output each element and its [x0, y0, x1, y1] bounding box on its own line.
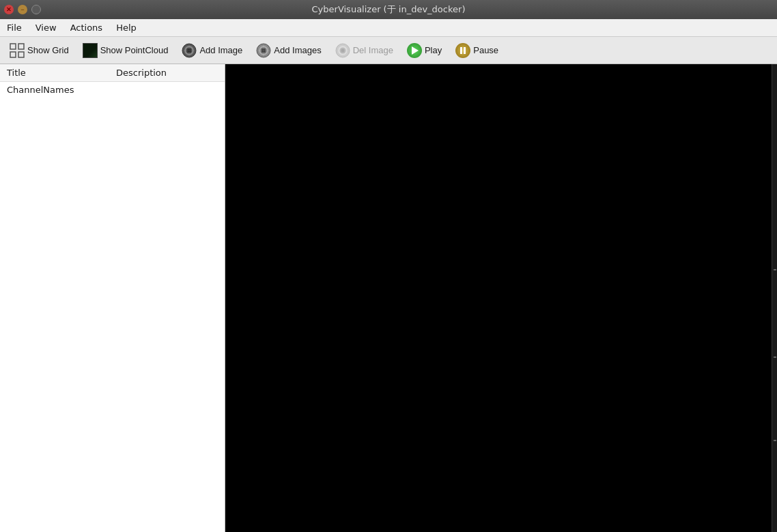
add-images-icon [256, 43, 271, 58]
show-grid-button[interactable]: Show Grid [4, 40, 74, 61]
add-image-button[interactable]: Add Image [176, 40, 248, 61]
window-controls: ✕ − □ [4, 5, 41, 14]
svg-rect-3 [18, 52, 24, 57]
del-image-button[interactable]: Del Image [330, 40, 399, 61]
pause-label: Pause [473, 45, 498, 55]
pause-bar-left [460, 47, 462, 54]
pointcloud-icon [83, 43, 98, 58]
scrollbar-tick-3 [774, 440, 776, 441]
pause-icon [455, 43, 470, 58]
col-description-header: Description [109, 64, 225, 81]
play-button[interactable]: Play [401, 40, 447, 61]
scrollbar-tick-2 [774, 356, 776, 358]
play-triangle [412, 46, 419, 55]
pause-button[interactable]: Pause [450, 40, 504, 61]
menu-view[interactable]: View [29, 20, 63, 35]
play-icon [407, 43, 422, 58]
maximize-button[interactable]: □ [31, 5, 41, 14]
close-button[interactable]: ✕ [4, 5, 14, 14]
col-title-header: Title [0, 64, 109, 81]
canvas-area[interactable] [225, 64, 777, 532]
add-images-label: Add Images [274, 45, 321, 55]
del-image-label: Del Image [353, 45, 393, 55]
svg-point-19 [341, 48, 344, 52]
grid-icon [10, 43, 25, 58]
panel-header: Title Description [0, 64, 225, 82]
pause-bar-right [464, 47, 466, 54]
show-grid-label: Show Grid [27, 45, 69, 55]
minimize-icon: − [20, 6, 24, 13]
del-image-icon [335, 43, 350, 58]
panel-content: ChannelNames [0, 82, 225, 532]
show-pointcloud-button[interactable]: Show PointCloud [77, 40, 174, 61]
show-pointcloud-label: Show PointCloud [100, 45, 169, 55]
list-item[interactable]: ChannelNames [0, 82, 225, 98]
toolbar: Show Grid Show PointCloud Add Image Add … [0, 37, 777, 64]
right-scrollbar[interactable] [772, 64, 777, 532]
svg-rect-2 [10, 52, 16, 57]
close-icon: ✕ [6, 6, 12, 13]
scrollbar-tick-1 [774, 269, 776, 270]
play-label: Play [425, 45, 442, 55]
main-layout: Title Description ChannelNames [0, 64, 777, 532]
menu-file[interactable]: File [0, 20, 29, 35]
svg-rect-1 [18, 44, 24, 49]
left-panel: Title Description ChannelNames [0, 64, 225, 532]
title-bar: ✕ − □ CyberVisualizer (于 in_dev_docker) [0, 0, 777, 19]
minimize-button[interactable]: − [18, 5, 27, 14]
menu-help[interactable]: Help [109, 20, 143, 35]
menu-bar: File View Actions Help [0, 19, 777, 37]
camera-icon [182, 43, 197, 58]
menu-actions[interactable]: Actions [63, 20, 110, 35]
maximize-icon: □ [35, 7, 38, 13]
app-title: CyberVisualizer (于 in_dev_docker) [312, 3, 466, 16]
add-image-label: Add Image [199, 45, 242, 55]
svg-rect-0 [10, 44, 16, 49]
add-images-button[interactable]: Add Images [251, 40, 326, 61]
